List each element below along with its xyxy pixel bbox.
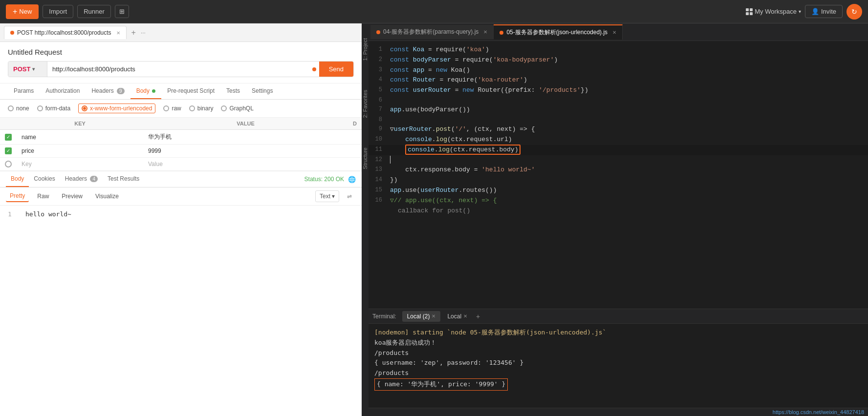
response-area: Body Cookies Headers 4 Test Results Stat… bbox=[0, 171, 362, 416]
body-type-form-data[interactable]: form-data bbox=[37, 105, 70, 112]
body-type-urlencoded[interactable]: x-www-form-urlencoded bbox=[78, 104, 155, 113]
terminal-line-6: { name: '华为手机', price: '9999' } bbox=[374, 378, 862, 391]
settings-tab[interactable]: Settings bbox=[246, 83, 279, 99]
row2-delete[interactable] bbox=[348, 145, 362, 158]
resp-body-tab[interactable]: Body bbox=[6, 171, 29, 187]
terminal-line-4: { username: 'zep', password: '123456' } bbox=[374, 358, 862, 368]
row2-value[interactable]: 9999 bbox=[143, 145, 348, 158]
url-input[interactable] bbox=[47, 62, 309, 77]
tests-tab[interactable]: Tests bbox=[220, 83, 246, 99]
send-button[interactable]: Send bbox=[319, 62, 353, 77]
code-line-4: 4 const Router = require('koa-router') bbox=[369, 75, 868, 85]
editor-tab-2-close[interactable]: ✕ bbox=[612, 30, 616, 35]
sidebar-item-favorites[interactable]: 2: Favorites bbox=[362, 90, 368, 118]
terminal-add-button[interactable]: + bbox=[476, 312, 480, 320]
pre-request-tab[interactable]: Pre-request Script bbox=[161, 83, 220, 99]
terminal: Terminal: Local (2) ✕ Local ✕ + [nodemon… bbox=[369, 309, 868, 416]
layout-button[interactable]: ⊞ bbox=[115, 5, 129, 18]
row1-delete[interactable] bbox=[348, 130, 362, 145]
terminal-tab-local[interactable]: Local ✕ bbox=[442, 311, 472, 322]
params-table: KEY VALUE D name 华为手机 price bbox=[0, 118, 362, 171]
body-type-graphql[interactable]: GraphQL bbox=[221, 105, 253, 112]
code-line-3: 3 const app = new Koa() bbox=[369, 65, 868, 76]
pretty-btn[interactable]: Pretty bbox=[6, 190, 29, 202]
code-line-9: 9 ▽userRouter.post('/', (ctx, next) => { bbox=[369, 125, 868, 135]
code-line-7: 7 app.use(bodyParser()) bbox=[369, 105, 868, 115]
code-editor[interactable]: 1 const Koa = require('koa') 2 const bod… bbox=[369, 41, 868, 309]
new-button[interactable]: + New bbox=[6, 4, 39, 19]
authorization-tab[interactable]: Authorization bbox=[40, 83, 86, 99]
editor-tab-1-label: 04-服务器参数解析(params-query).js bbox=[383, 28, 478, 36]
terminal-label: Terminal: bbox=[372, 313, 400, 320]
import-button[interactable]: Import bbox=[43, 5, 73, 18]
row-empty-value[interactable]: Value bbox=[143, 158, 348, 171]
code-line-11: 11 console.log(ctx.request.body) bbox=[369, 145, 868, 155]
postman-panel: POST http://localhost:8000/products ✕ + … bbox=[0, 23, 362, 416]
code-line-8: 8 bbox=[369, 115, 868, 125]
preview-btn[interactable]: Preview bbox=[57, 190, 87, 202]
col-check bbox=[0, 118, 17, 130]
terminal-tab-bar: Terminal: Local (2) ✕ Local ✕ + bbox=[369, 309, 868, 324]
body-type-binary[interactable]: binary bbox=[189, 105, 214, 112]
user-icon: 👤 bbox=[811, 8, 819, 15]
code-line-10: 10 console.log(ctx.request.url) bbox=[369, 135, 868, 145]
request-tab-bar: POST http://localhost:8000/products ✕ + … bbox=[0, 23, 362, 42]
response-body: 1 hello world~ bbox=[0, 206, 362, 416]
code-line-5: 5 const userRouter = new Router({prefix:… bbox=[369, 85, 868, 96]
resp-cookies-tab[interactable]: Cookies bbox=[29, 171, 60, 187]
resp-headers-tab[interactable]: Headers 4 bbox=[60, 171, 103, 187]
row-empty-key[interactable]: Key bbox=[17, 158, 143, 171]
sidebar-item-project[interactable]: 1: Project bbox=[362, 38, 368, 61]
row1-key[interactable]: name bbox=[17, 130, 143, 145]
url-modified-dot bbox=[312, 67, 316, 71]
csdn-link[interactable]: https://blog.csdn.net/weixin_44827418 bbox=[773, 409, 864, 415]
terminal-line-3: /products bbox=[374, 348, 862, 358]
body-type-raw[interactable]: raw bbox=[163, 105, 181, 112]
raw-btn[interactable]: Raw bbox=[33, 190, 53, 202]
tab-close-icon[interactable]: ✕ bbox=[116, 30, 120, 36]
request-title: Untitled Request bbox=[8, 48, 354, 56]
resp-options: Pretty Raw Preview Visualize Text ▾ ⇌ bbox=[0, 187, 362, 206]
body-tab[interactable]: Body bbox=[130, 83, 162, 99]
params-tab[interactable]: Params bbox=[8, 83, 40, 99]
method-dot bbox=[10, 31, 14, 35]
avatar[interactable]: ↻ bbox=[846, 4, 862, 20]
request-tab-active[interactable]: POST http://localhost:8000/products ✕ bbox=[4, 26, 127, 39]
invite-button[interactable]: 👤 Invite bbox=[805, 5, 843, 18]
editor-tab-1-close[interactable]: ✕ bbox=[483, 29, 487, 35]
sidebar-item-structure[interactable]: Structure bbox=[362, 147, 368, 169]
resp-test-results-tab[interactable]: Test Results bbox=[103, 171, 144, 187]
wrap-lines-button[interactable]: ⇌ bbox=[343, 191, 356, 202]
code-line-2: 2 const bodyParser = require('koa-bodypa… bbox=[369, 55, 868, 65]
response-tabs-bar: Body Cookies Headers 4 Test Results Stat… bbox=[0, 171, 362, 187]
row2-checkbox[interactable] bbox=[5, 147, 12, 154]
runner-button[interactable]: Runner bbox=[77, 5, 111, 18]
workspace-icon bbox=[746, 8, 753, 15]
table-row: name 华为手机 bbox=[0, 130, 362, 145]
row2-key[interactable]: price bbox=[17, 145, 143, 158]
row1-checkbox[interactable] bbox=[5, 134, 12, 141]
file-dot bbox=[376, 30, 380, 34]
params-table-container: KEY VALUE D name 华为手机 price bbox=[0, 118, 362, 171]
method-selector[interactable]: POST ▾ bbox=[8, 62, 47, 77]
add-tab-button[interactable]: + bbox=[129, 28, 139, 37]
terminal-line-5: /products bbox=[374, 368, 862, 378]
radio-graphql bbox=[221, 105, 227, 111]
terminal-tab-close-2[interactable]: ✕ bbox=[463, 313, 467, 319]
editor-tab-1[interactable]: 04-服务器参数解析(params-query).js ✕ bbox=[370, 25, 494, 39]
row1-value[interactable]: 华为手机 bbox=[143, 130, 348, 145]
main-layout: POST http://localhost:8000/products ✕ + … bbox=[0, 23, 868, 416]
code-line-12: 12 bbox=[369, 155, 868, 166]
format-dropdown[interactable]: Text ▾ bbox=[315, 190, 339, 202]
workspace-selector[interactable]: My Workspace ▾ bbox=[746, 8, 801, 15]
side-labels: 1: Project 2: Favorites Structure bbox=[362, 23, 369, 416]
terminal-line-1: [nodemon] starting `node 05-服务器参数解析(json… bbox=[374, 328, 862, 338]
body-type-none[interactable]: none bbox=[8, 105, 29, 112]
col-value: VALUE bbox=[143, 118, 348, 130]
terminal-tab-local2[interactable]: Local (2) ✕ bbox=[402, 311, 441, 322]
editor-tab-2[interactable]: 05-服务器参数解析(json-urlencoded).js ✕ bbox=[494, 24, 623, 40]
terminal-tab-close-1[interactable]: ✕ bbox=[432, 313, 435, 319]
visualize-btn[interactable]: Visualize bbox=[91, 190, 123, 202]
headers-tab[interactable]: Headers 9 bbox=[86, 83, 130, 99]
more-tabs-button[interactable]: ··· bbox=[141, 29, 146, 36]
